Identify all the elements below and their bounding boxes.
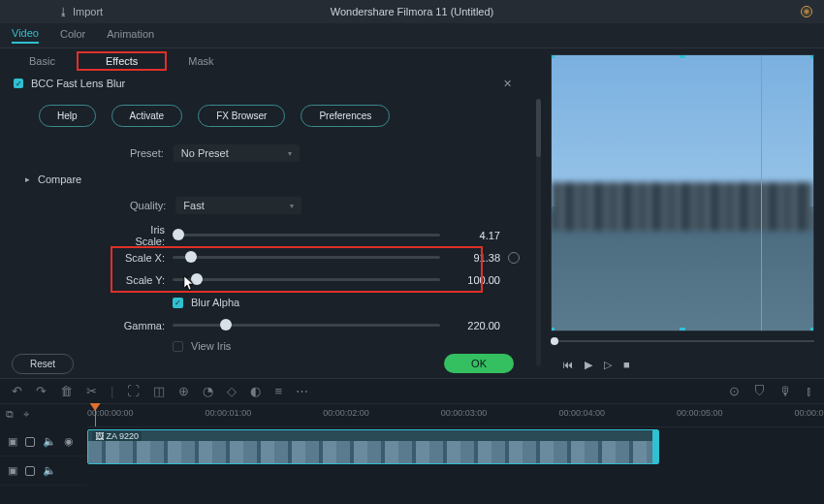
- clip-thumbnails: [88, 441, 658, 463]
- subtab-basic[interactable]: Basic: [8, 51, 77, 71]
- gamma-value[interactable]: 220.00: [450, 320, 500, 331]
- effect-actions: Help Activate FX Browser Preferences: [0, 93, 543, 139]
- window-title: Wondershare Filmora 11 (Untitled): [331, 6, 494, 17]
- playback-controls: ⏮ ▶ ▷ ■: [551, 351, 814, 378]
- subtab-mask[interactable]: Mask: [167, 51, 235, 71]
- more-icon[interactable]: ⋯: [296, 384, 308, 398]
- effect-header[interactable]: ✓ BCC Fast Lens Blur ✕: [0, 74, 543, 93]
- ok-button[interactable]: OK: [444, 354, 514, 373]
- lock-icon[interactable]: [25, 466, 35, 476]
- slider-thumb[interactable]: [173, 229, 184, 240]
- play-icon[interactable]: ▶: [585, 359, 592, 371]
- scale-y-slider[interactable]: [173, 278, 440, 281]
- next-frame-icon[interactable]: ▷: [604, 359, 612, 371]
- blur-alpha-label: Blur Alpha: [191, 297, 239, 308]
- fxbrowser-button[interactable]: FX Browser: [198, 105, 285, 127]
- prev-frame-icon[interactable]: ⏮: [562, 359, 573, 370]
- slider-thumb[interactable]: [185, 251, 197, 263]
- video-clip[interactable]: 🖼 ZA 9220: [87, 429, 659, 464]
- chevron-right-icon: ▸: [25, 174, 30, 184]
- match-icon[interactable]: ⧉: [6, 408, 14, 421]
- audio-track-header[interactable]: ▣ 🔈: [0, 457, 87, 486]
- track-headers: ▣ 🔈 ◉ ▣ 🔈: [0, 427, 87, 504]
- tab-color[interactable]: Color: [60, 28, 85, 43]
- preview-canvas[interactable]: [551, 54, 814, 331]
- import-button[interactable]: ⭳ Import: [10, 6, 103, 17]
- color-icon[interactable]: ◐: [250, 384, 261, 398]
- crop-icon[interactable]: ⛶: [127, 384, 140, 398]
- visibility-icon[interactable]: ◉: [64, 435, 74, 448]
- preview-panel: ⏮ ▶ ▷ ■: [543, 48, 824, 378]
- video-track-header[interactable]: ▣ 🔈 ◉: [0, 427, 87, 457]
- add-track-icon[interactable]: ▣: [8, 435, 17, 448]
- subtab-effects[interactable]: Effects: [106, 55, 138, 67]
- hint-bulb-icon[interactable]: [801, 6, 812, 17]
- delete-icon[interactable]: 🗑: [60, 384, 73, 398]
- preset-value: No Preset: [181, 147, 229, 159]
- playhead[interactable]: [95, 404, 96, 426]
- ruler-tick: 00:00:03:00: [441, 408, 488, 418]
- scale-x-value[interactable]: 91.38: [450, 252, 500, 264]
- stop-icon[interactable]: ■: [623, 359, 630, 370]
- scale-x-slider[interactable]: [173, 256, 440, 259]
- slider-thumb[interactable]: [220, 319, 232, 331]
- iris-scale-value[interactable]: 4.17: [450, 230, 500, 241]
- redo-icon[interactable]: ↷: [36, 384, 47, 398]
- timeline-toolbar: ↶ ↷ 🗑 ✂ | ⛶ ◫ ⊕ ◔ ◇ ◐ ≡ ⋯ ⊙ ⛉ 🎙 ⫿: [0, 379, 824, 404]
- effect-name: BCC Fast Lens Blur: [31, 78, 125, 89]
- timer-icon[interactable]: ◔: [203, 384, 213, 398]
- tab-video[interactable]: Video: [12, 27, 39, 44]
- preview-seek[interactable]: [551, 331, 814, 351]
- crop-handle-tr[interactable]: [810, 54, 814, 58]
- mute-icon[interactable]: 🔈: [43, 464, 56, 477]
- video-track[interactable]: 🖼 ZA 9220: [87, 427, 820, 466]
- add-track-icon[interactable]: ▣: [8, 464, 17, 477]
- magnet-icon[interactable]: ⌖: [23, 408, 29, 421]
- slider-thumb[interactable]: [191, 273, 203, 285]
- list-icon[interactable]: ≡: [274, 384, 282, 398]
- preview-content: [552, 182, 813, 231]
- scale-y-label: Scale Y:: [122, 274, 165, 286]
- preset-dropdown[interactable]: No Preset ▾: [174, 144, 300, 162]
- mic-icon[interactable]: 🎙: [779, 384, 792, 398]
- record-icon[interactable]: ⊙: [729, 384, 740, 398]
- remove-effect-icon[interactable]: ✕: [503, 78, 512, 90]
- shield-icon[interactable]: ⛉: [753, 384, 766, 398]
- help-button[interactable]: Help: [39, 105, 96, 127]
- mute-icon[interactable]: 🔈: [43, 435, 56, 448]
- quality-row: Quality: Fast ▾: [0, 191, 543, 220]
- gamma-slider[interactable]: [173, 324, 440, 327]
- import-icon: ⭳: [58, 6, 69, 17]
- crop-handle-tl[interactable]: [551, 54, 555, 58]
- mixer-icon[interactable]: ⫿: [806, 384, 812, 398]
- lock-icon[interactable]: [25, 437, 35, 447]
- speed-icon[interactable]: ⊕: [178, 384, 189, 398]
- scrollbar-thumb[interactable]: [536, 99, 541, 157]
- blur-alpha-row[interactable]: ✓ Blur Alpha: [0, 291, 543, 314]
- marker-icon[interactable]: ◇: [227, 384, 237, 398]
- crop-handle-t[interactable]: [680, 54, 685, 58]
- timeline-ruler[interactable]: 00:00:00:00 00:00:01:00 00:00:02:00 00:0…: [87, 404, 824, 427]
- clip-edge[interactable]: [652, 430, 658, 463]
- effect-enable-checkbox[interactable]: ✓: [14, 79, 23, 88]
- preferences-button[interactable]: Preferences: [301, 105, 390, 127]
- quality-label: Quality:: [130, 200, 166, 211]
- crop2-icon[interactable]: ◫: [153, 384, 165, 398]
- seek-thumb[interactable]: [551, 337, 558, 345]
- reset-value-icon[interactable]: [508, 252, 520, 264]
- chevron-down-icon: ▾: [290, 202, 294, 210]
- quality-dropdown[interactable]: Fast ▾: [175, 197, 301, 214]
- activate-button[interactable]: Activate: [111, 105, 183, 127]
- ruler-tick: 00:00:06:00: [795, 408, 824, 418]
- undo-icon[interactable]: ↶: [12, 384, 22, 398]
- iris-scale-slider[interactable]: [173, 234, 440, 236]
- blur-alpha-checkbox[interactable]: ✓: [173, 298, 183, 308]
- tab-animation[interactable]: Animation: [107, 28, 154, 43]
- preview-marker[interactable]: [761, 55, 762, 331]
- compare-row[interactable]: ▸ Compare: [0, 168, 543, 191]
- reset-button[interactable]: Reset: [12, 354, 74, 374]
- ruler-tick: 00:00:02:00: [323, 408, 369, 418]
- split-icon[interactable]: ✂: [86, 384, 97, 398]
- scale-y-value[interactable]: 100.00: [450, 274, 500, 286]
- scrollbar[interactable]: [536, 99, 541, 366]
